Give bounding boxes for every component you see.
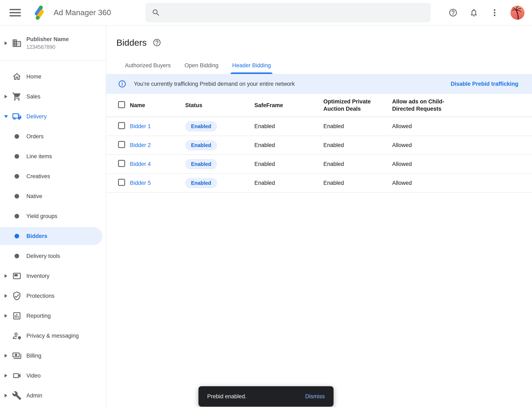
tab-open-bidding[interactable]: Open Bidding: [180, 57, 223, 74]
notifications-bell-icon[interactable]: [469, 8, 479, 18]
column-header-private-auction: Optimized Private Auction Deals: [323, 98, 376, 113]
bullet-icon: [15, 254, 19, 258]
chevron-right-icon[interactable]: [0, 95, 12, 98]
tab-header-bidding[interactable]: Header Bidding: [228, 57, 275, 74]
sidebar-item-label: Inventory: [26, 273, 49, 279]
sidebar-item-sales[interactable]: Sales: [0, 86, 106, 107]
sidebar-item-orders[interactable]: Orders: [0, 126, 106, 146]
sidebar-item-video[interactable]: Video: [0, 366, 106, 386]
sidebar-item-inventory[interactable]: Inventory: [0, 266, 106, 286]
chevron-right-icon[interactable]: [0, 314, 12, 318]
sidebar-item-reporting[interactable]: Reporting: [0, 306, 106, 326]
bidder-link[interactable]: Bidder 1: [130, 123, 151, 129]
select-row-checkbox[interactable]: [118, 122, 125, 129]
private-auction-value: Enabled: [323, 180, 392, 186]
building-icon: [12, 38, 22, 48]
publisher-switcher[interactable]: Publisher Name 1234567890: [0, 26, 106, 61]
private-auction-value: Enabled: [323, 161, 392, 167]
page-help-icon[interactable]: [153, 38, 161, 47]
disable-prebid-trafficking-link[interactable]: Disable Prebid trafficking: [451, 81, 518, 87]
sidebar-item-native[interactable]: Native: [0, 186, 106, 206]
publisher-expand-chevron-icon[interactable]: [0, 41, 12, 45]
dismiss-button[interactable]: Dismiss: [305, 393, 325, 400]
publisher-name: Publisher Name: [26, 36, 69, 43]
column-header-status: Status: [185, 102, 254, 109]
tab-authorized-buyers[interactable]: Authorized Buyers: [121, 57, 175, 74]
sidebar-item-billing[interactable]: Billing: [0, 346, 106, 366]
child-directed-value: Allowed: [392, 123, 532, 130]
shield-check-icon: [12, 291, 22, 301]
bidders-table: Name Status SafeFrame Optimized Private …: [106, 94, 532, 193]
status-badge: Enabled: [185, 121, 217, 132]
ad-manager-logo-icon: [32, 5, 47, 20]
chevron-right-icon[interactable]: [0, 294, 12, 298]
sidebar-item-yield-groups[interactable]: Yield groups: [0, 206, 106, 226]
sidebar-item-admin[interactable]: Admin: [0, 386, 106, 406]
tab-bar: Authorized Buyers Open Bidding Header Bi…: [121, 57, 532, 74]
sidebar-item-home[interactable]: Home: [0, 67, 106, 86]
wrench-icon: [12, 391, 22, 400]
topbar-actions: [448, 6, 532, 20]
chevron-right-icon[interactable]: [0, 374, 12, 377]
select-row-checkbox[interactable]: [118, 160, 125, 167]
bidder-link[interactable]: Bidder 5: [130, 180, 151, 186]
main-content: Bidders Authorized Buyers Open Bidding H…: [106, 26, 532, 407]
app-root: Ad Manager 360: [0, 0, 532, 407]
help-icon[interactable]: [448, 8, 458, 18]
sidebar-item-delivery-tools[interactable]: Delivery tools: [0, 246, 106, 266]
sidebar-item-label: Line items: [26, 153, 52, 160]
search-input[interactable]: [165, 9, 424, 16]
private-auction-value: Enabled: [323, 142, 392, 149]
sidebar-item-creatives[interactable]: Creatives: [0, 166, 106, 186]
sidebar-item-label: Bidders: [26, 233, 47, 239]
chevron-right-icon[interactable]: [0, 394, 12, 398]
bidder-link[interactable]: Bidder 4: [130, 161, 151, 167]
status-badge: Enabled: [185, 178, 217, 188]
sidebar-item-protections[interactable]: Protections: [0, 286, 106, 306]
safeframe-value: Enabled: [254, 123, 323, 130]
sidebar-item-label: Video: [26, 373, 41, 379]
chevron-right-icon[interactable]: [0, 274, 12, 278]
bullet-icon: [15, 214, 19, 219]
sidebar-item-label: Reporting: [26, 313, 51, 319]
bar-chart-icon: [12, 311, 22, 321]
chevron-down-icon[interactable]: [0, 115, 12, 118]
sidebar-item-label: Protections: [26, 293, 55, 299]
sidebar-item-line-items[interactable]: Line items: [0, 146, 106, 166]
search-bar[interactable]: [145, 3, 431, 23]
home-icon: [12, 72, 22, 82]
select-row-checkbox[interactable]: [118, 141, 125, 148]
bidder-link[interactable]: Bidder 2: [130, 142, 151, 148]
sidebar-item-label: Yield groups: [26, 213, 57, 219]
search-icon: [152, 8, 161, 17]
sidebar-item-label: Delivery: [26, 113, 47, 120]
page-head: Bidders: [116, 37, 532, 48]
sidebar-item-delivery[interactable]: Delivery: [0, 107, 106, 126]
avatar[interactable]: [510, 6, 524, 20]
overflow-menu-icon[interactable]: [490, 8, 500, 18]
bullet-icon: [15, 134, 19, 139]
sidebar-item-label: Billing: [26, 352, 41, 359]
ad-unit-icon: [12, 271, 22, 281]
publisher-info: Publisher Name 1234567890: [26, 36, 69, 50]
sidebar-item-label: Sales: [26, 94, 40, 100]
safeframe-value: Enabled: [254, 180, 323, 186]
select-all-checkbox[interactable]: [118, 101, 125, 108]
table-row: Bidder 2 Enabled Enabled Enabled Allowed: [106, 136, 532, 155]
videocam-icon: [12, 371, 22, 381]
chevron-right-icon[interactable]: [0, 354, 12, 358]
sidebar-item-label: Home: [26, 73, 41, 80]
child-directed-value: Allowed: [392, 142, 532, 149]
sidebar-item-bidders[interactable]: Bidders: [0, 226, 106, 246]
sidebar-nav: Home Sales Delivery Orders: [0, 61, 106, 406]
sidebar-item-privacy-messaging[interactable]: Privacy & messaging: [0, 326, 106, 346]
bullet-icon: [15, 234, 19, 238]
safeframe-value: Enabled: [254, 142, 323, 149]
table-row: Bidder 5 Enabled Enabled Enabled Allowed: [106, 174, 532, 193]
menu-icon[interactable]: [9, 8, 21, 17]
truck-icon: [12, 111, 22, 121]
select-row-checkbox[interactable]: [118, 179, 125, 186]
table-row: Bidder 4 Enabled Enabled Enabled Allowed: [106, 155, 532, 174]
sidebar-item-label: Delivery tools: [26, 253, 60, 259]
page-title: Bidders: [116, 37, 147, 48]
